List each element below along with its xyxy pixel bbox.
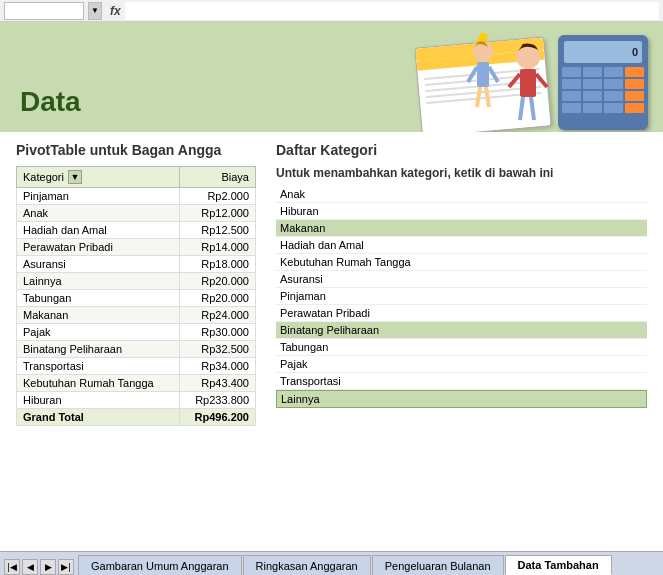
pivot-row-kategori: Lainnya bbox=[17, 273, 180, 290]
cell-reference-input[interactable]: L18 bbox=[4, 2, 84, 20]
pivot-row-biaya: Rp2.000 bbox=[179, 188, 255, 205]
tab-next-button[interactable]: ▶ bbox=[40, 559, 56, 575]
pivot-row-kategori: Perawatan Pribadi bbox=[17, 239, 180, 256]
pivot-row-biaya: Rp12.000 bbox=[179, 205, 255, 222]
category-list-item[interactable]: Asuransi bbox=[276, 271, 647, 288]
tab-item-1[interactable]: Ringkasan Anggaran bbox=[243, 555, 371, 575]
category-list-item[interactable]: Anak bbox=[276, 186, 647, 203]
grand-total-label: Grand Total bbox=[17, 409, 180, 426]
svg-line-4 bbox=[477, 87, 480, 107]
category-list-item[interactable]: Pinjaman bbox=[276, 288, 647, 305]
main-content: PivotTable untuk Bagan Angga Kategori ▼ … bbox=[0, 132, 663, 512]
grand-total-value: Rp496.200 bbox=[179, 409, 255, 426]
pivot-row-biaya: Rp12.500 bbox=[179, 222, 255, 239]
category-list-item[interactable]: Hadiah dan Amal bbox=[276, 237, 647, 254]
category-list-item[interactable]: Makanan bbox=[276, 220, 647, 237]
category-list-item[interactable]: Perawatan Pribadi bbox=[276, 305, 647, 322]
pivot-row-kategori: Makanan bbox=[17, 307, 180, 324]
category-list-item[interactable]: Pajak bbox=[276, 356, 647, 373]
svg-line-10 bbox=[520, 97, 523, 120]
category-list-item[interactable]: Hiburan bbox=[276, 203, 647, 220]
pivot-row-kategori: Binatang Peliharaan bbox=[17, 341, 180, 358]
pivot-row-kategori: Anak bbox=[17, 205, 180, 222]
pivot-header-biaya: Biaya bbox=[179, 167, 255, 188]
pivot-row-kategori: Kebutuhan Rumah Tangga bbox=[17, 375, 180, 392]
pivot-row-biaya: Rp18.000 bbox=[179, 256, 255, 273]
svg-rect-1 bbox=[477, 62, 489, 87]
pivot-row-biaya: Rp32.500 bbox=[179, 341, 255, 358]
pivot-row-kategori: Hadiah dan Amal bbox=[17, 222, 180, 239]
svg-line-9 bbox=[536, 74, 547, 87]
tab-last-button[interactable]: ▶| bbox=[58, 559, 74, 575]
pivot-row-biaya: Rp34.000 bbox=[179, 358, 255, 375]
category-list-item[interactable]: Binatang Peliharaan bbox=[276, 322, 647, 339]
category-section: Daftar Kategori Untuk menambahkan katego… bbox=[276, 142, 647, 502]
fx-label: fx bbox=[110, 4, 121, 18]
tab-first-button[interactable]: |◀ bbox=[4, 559, 20, 575]
pivot-row-biaya: Rp20.000 bbox=[179, 273, 255, 290]
pivot-table: Kategori ▼ Biaya PinjamanRp2.000AnakRp12… bbox=[16, 166, 256, 426]
tab-item-3[interactable]: Data Tambahan bbox=[505, 555, 612, 575]
header-illustration: 0 bbox=[263, 22, 663, 132]
category-list-item[interactable]: Transportasi bbox=[276, 373, 647, 390]
pivot-row-kategori: Asuransi bbox=[17, 256, 180, 273]
pivot-section: PivotTable untuk Bagan Angga Kategori ▼ … bbox=[16, 142, 256, 502]
pivot-row-biaya: Rp233.800 bbox=[179, 392, 255, 409]
pivot-row-biaya: Rp20.000 bbox=[179, 290, 255, 307]
header-title: Data bbox=[20, 86, 81, 118]
pivot-row-kategori: Hiburan bbox=[17, 392, 180, 409]
filter-dropdown-button[interactable]: ▼ bbox=[68, 170, 82, 184]
tab-bar: |◀ ◀ ▶ ▶| Gambaran Umum AnggaranRingkasa… bbox=[0, 551, 663, 575]
calculator-decoration: 0 bbox=[558, 35, 648, 130]
category-section-subtitle: Untuk menambahkan kategori, ketik di baw… bbox=[276, 166, 647, 180]
pivot-row-kategori: Transportasi bbox=[17, 358, 180, 375]
category-list-item[interactable]: Tabungan bbox=[276, 339, 647, 356]
tab-list: Gambaran Umum AnggaranRingkasan Anggaran… bbox=[78, 555, 613, 575]
svg-point-0 bbox=[473, 42, 493, 62]
category-list: AnakHiburanMakananHadiah dan AmalKebutuh… bbox=[276, 186, 647, 408]
tab-prev-button[interactable]: ◀ bbox=[22, 559, 38, 575]
cell-ref-dropdown[interactable]: ▼ bbox=[88, 2, 102, 20]
svg-line-5 bbox=[486, 87, 489, 107]
svg-line-11 bbox=[531, 97, 534, 120]
pivot-row-kategori: Tabungan bbox=[17, 290, 180, 307]
pivot-row-biaya: Rp30.000 bbox=[179, 324, 255, 341]
svg-rect-7 bbox=[520, 69, 536, 97]
character-illustration bbox=[463, 32, 563, 132]
svg-line-3 bbox=[489, 67, 498, 82]
header-banner: Data 0 bbox=[0, 22, 663, 132]
category-section-title: Daftar Kategori bbox=[276, 142, 647, 158]
pivot-row-biaya: Rp24.000 bbox=[179, 307, 255, 324]
pivot-row-kategori: Pinjaman bbox=[17, 188, 180, 205]
category-list-item[interactable]: Lainnya bbox=[276, 390, 647, 408]
tab-item-0[interactable]: Gambaran Umum Anggaran bbox=[78, 555, 242, 575]
pivot-section-title: PivotTable untuk Bagan Angga bbox=[16, 142, 256, 158]
svg-line-8 bbox=[509, 74, 520, 87]
pivot-row-kategori: Pajak bbox=[17, 324, 180, 341]
formula-input[interactable] bbox=[125, 2, 659, 20]
tab-item-2[interactable]: Pengeluaran Bulanan bbox=[372, 555, 504, 575]
pivot-row-biaya: Rp43.400 bbox=[179, 375, 255, 392]
svg-line-2 bbox=[468, 67, 477, 82]
tab-navigation-controls: |◀ ◀ ▶ ▶| bbox=[0, 559, 74, 575]
formula-bar: L18 ▼ fx bbox=[0, 0, 663, 22]
category-list-item[interactable]: Kebutuhan Rumah Tangga bbox=[276, 254, 647, 271]
pivot-row-biaya: Rp14.000 bbox=[179, 239, 255, 256]
pivot-header-kategori[interactable]: Kategori ▼ bbox=[17, 167, 180, 188]
